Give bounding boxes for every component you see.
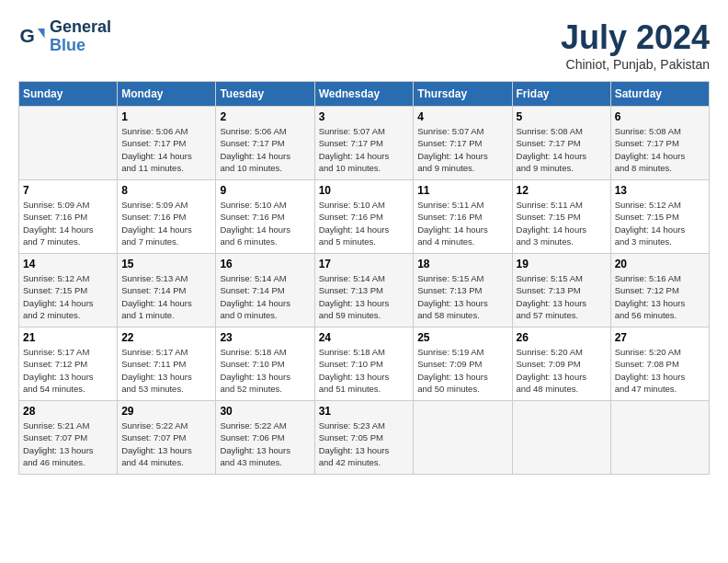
day-info: Sunrise: 5:14 AM Sunset: 7:13 PM Dayligh… [319,272,410,321]
day-info: Sunrise: 5:11 AM Sunset: 7:15 PM Dayligh… [517,199,607,247]
header-day-sunday: Sunday [19,82,118,107]
day-info: Sunrise: 5:14 AM Sunset: 7:14 PM Dayligh… [220,272,310,321]
day-number: 10 [319,184,410,197]
calendar-table: SundayMondayTuesdayWednesdayThursdayFrid… [18,81,710,475]
calendar-cell: 6Sunrise: 5:08 AM Sunset: 7:17 PM Daylig… [610,107,709,180]
day-info: Sunrise: 5:18 AM Sunset: 7:10 PM Dayligh… [220,346,310,395]
day-number: 29 [121,405,211,418]
calendar-cell: 17Sunrise: 5:14 AM Sunset: 7:13 PM Dayli… [314,254,414,327]
calendar-cell: 4Sunrise: 5:07 AM Sunset: 7:17 PM Daylig… [414,107,512,180]
page-header: G General Blue July 2024 Chiniot, Punjab… [18,18,710,72]
day-number: 2 [220,110,310,123]
day-number: 7 [23,184,113,197]
day-number: 4 [417,110,507,123]
calendar-cell: 25Sunrise: 5:19 AM Sunset: 7:09 PM Dayli… [414,327,512,401]
month-title: July 2024 [561,18,710,57]
calendar-cell: 30Sunrise: 5:22 AM Sunset: 7:06 PM Dayli… [216,401,314,475]
day-number: 11 [417,184,507,197]
calendar-week-row: 14Sunrise: 5:12 AM Sunset: 7:15 PM Dayli… [19,254,710,327]
day-number: 25 [417,331,507,344]
day-number: 8 [121,184,211,197]
day-info: Sunrise: 5:22 AM Sunset: 7:07 PM Dayligh… [121,419,211,468]
calendar-cell: 28Sunrise: 5:21 AM Sunset: 7:07 PM Dayli… [19,401,118,475]
title-block: July 2024 Chiniot, Punjab, Pakistan [561,18,710,72]
day-number: 30 [220,405,310,418]
location: Chiniot, Punjab, Pakistan [561,57,710,72]
day-info: Sunrise: 5:20 AM Sunset: 7:09 PM Dayligh… [517,346,607,395]
day-info: Sunrise: 5:12 AM Sunset: 7:15 PM Dayligh… [23,272,113,321]
calendar-cell: 19Sunrise: 5:15 AM Sunset: 7:13 PM Dayli… [512,254,610,327]
calendar-cell [414,401,512,475]
day-number: 16 [220,258,310,270]
day-info: Sunrise: 5:13 AM Sunset: 7:14 PM Dayligh… [121,272,211,321]
calendar-cell: 16Sunrise: 5:14 AM Sunset: 7:14 PM Dayli… [216,254,314,327]
day-number: 27 [615,331,705,344]
day-info: Sunrise: 5:16 AM Sunset: 7:12 PM Dayligh… [615,272,705,321]
day-info: Sunrise: 5:15 AM Sunset: 7:13 PM Dayligh… [517,272,607,321]
day-info: Sunrise: 5:10 AM Sunset: 7:16 PM Dayligh… [220,199,310,247]
calendar-cell: 3Sunrise: 5:07 AM Sunset: 7:17 PM Daylig… [314,107,414,180]
day-number: 24 [319,331,410,344]
day-info: Sunrise: 5:10 AM Sunset: 7:16 PM Dayligh… [319,199,410,247]
day-number: 14 [23,258,113,270]
calendar-cell: 23Sunrise: 5:18 AM Sunset: 7:10 PM Dayli… [216,327,314,401]
day-number: 23 [220,331,310,344]
day-number: 22 [121,331,211,344]
calendar-cell: 18Sunrise: 5:15 AM Sunset: 7:13 PM Dayli… [414,254,512,327]
day-number: 13 [615,184,705,197]
calendar-header-row: SundayMondayTuesdayWednesdayThursdayFrid… [19,82,710,107]
day-info: Sunrise: 5:20 AM Sunset: 7:08 PM Dayligh… [615,346,705,395]
day-info: Sunrise: 5:22 AM Sunset: 7:06 PM Dayligh… [220,419,310,468]
header-day-friday: Friday [512,82,610,107]
day-info: Sunrise: 5:08 AM Sunset: 7:17 PM Dayligh… [517,125,607,174]
day-info: Sunrise: 5:06 AM Sunset: 7:17 PM Dayligh… [121,125,211,174]
calendar-cell [512,401,610,475]
logo-icon: G [18,23,46,51]
day-info: Sunrise: 5:07 AM Sunset: 7:17 PM Dayligh… [319,125,410,174]
calendar-week-row: 21Sunrise: 5:17 AM Sunset: 7:12 PM Dayli… [19,327,710,401]
calendar-cell: 20Sunrise: 5:16 AM Sunset: 7:12 PM Dayli… [610,254,709,327]
day-number: 3 [319,110,410,123]
day-info: Sunrise: 5:19 AM Sunset: 7:09 PM Dayligh… [417,346,507,395]
day-number: 19 [517,258,607,270]
day-number: 15 [121,258,211,270]
day-info: Sunrise: 5:18 AM Sunset: 7:10 PM Dayligh… [319,346,410,395]
calendar-cell: 24Sunrise: 5:18 AM Sunset: 7:10 PM Dayli… [314,327,414,401]
day-info: Sunrise: 5:09 AM Sunset: 7:16 PM Dayligh… [23,199,113,247]
calendar-cell: 10Sunrise: 5:10 AM Sunset: 7:16 PM Dayli… [314,180,414,254]
calendar-cell: 7Sunrise: 5:09 AM Sunset: 7:16 PM Daylig… [19,180,118,254]
day-info: Sunrise: 5:15 AM Sunset: 7:13 PM Dayligh… [417,272,507,321]
calendar-cell: 2Sunrise: 5:06 AM Sunset: 7:17 PM Daylig… [216,107,314,180]
header-day-monday: Monday [118,82,216,107]
calendar-week-row: 7Sunrise: 5:09 AM Sunset: 7:16 PM Daylig… [19,180,710,254]
calendar-cell: 31Sunrise: 5:23 AM Sunset: 7:05 PM Dayli… [314,401,414,475]
calendar-week-row: 28Sunrise: 5:21 AM Sunset: 7:07 PM Dayli… [19,401,710,475]
day-number: 26 [517,331,607,344]
day-number: 1 [121,110,211,123]
calendar-cell: 8Sunrise: 5:09 AM Sunset: 7:16 PM Daylig… [118,180,216,254]
day-info: Sunrise: 5:17 AM Sunset: 7:12 PM Dayligh… [23,346,113,395]
header-day-thursday: Thursday [414,82,512,107]
day-number: 31 [319,405,410,418]
header-day-tuesday: Tuesday [216,82,314,107]
calendar-cell: 22Sunrise: 5:17 AM Sunset: 7:11 PM Dayli… [118,327,216,401]
day-number: 6 [615,110,705,123]
calendar-cell: 9Sunrise: 5:10 AM Sunset: 7:16 PM Daylig… [216,180,314,254]
day-number: 28 [23,405,113,418]
calendar-week-row: 1Sunrise: 5:06 AM Sunset: 7:17 PM Daylig… [19,107,710,180]
calendar-cell: 12Sunrise: 5:11 AM Sunset: 7:15 PM Dayli… [512,180,610,254]
day-info: Sunrise: 5:17 AM Sunset: 7:11 PM Dayligh… [121,346,211,395]
calendar-cell: 14Sunrise: 5:12 AM Sunset: 7:15 PM Dayli… [19,254,118,327]
day-info: Sunrise: 5:09 AM Sunset: 7:16 PM Dayligh… [121,199,211,247]
day-info: Sunrise: 5:08 AM Sunset: 7:17 PM Dayligh… [615,125,705,174]
day-info: Sunrise: 5:11 AM Sunset: 7:16 PM Dayligh… [417,199,507,247]
calendar-cell: 13Sunrise: 5:12 AM Sunset: 7:15 PM Dayli… [610,180,709,254]
calendar-cell: 11Sunrise: 5:11 AM Sunset: 7:16 PM Dayli… [414,180,512,254]
calendar-cell [610,401,709,475]
header-day-saturday: Saturday [610,82,709,107]
calendar-cell: 21Sunrise: 5:17 AM Sunset: 7:12 PM Dayli… [19,327,118,401]
day-number: 5 [517,110,607,123]
calendar-cell: 5Sunrise: 5:08 AM Sunset: 7:17 PM Daylig… [512,107,610,180]
day-number: 21 [23,331,113,344]
calendar-cell: 26Sunrise: 5:20 AM Sunset: 7:09 PM Dayli… [512,327,610,401]
